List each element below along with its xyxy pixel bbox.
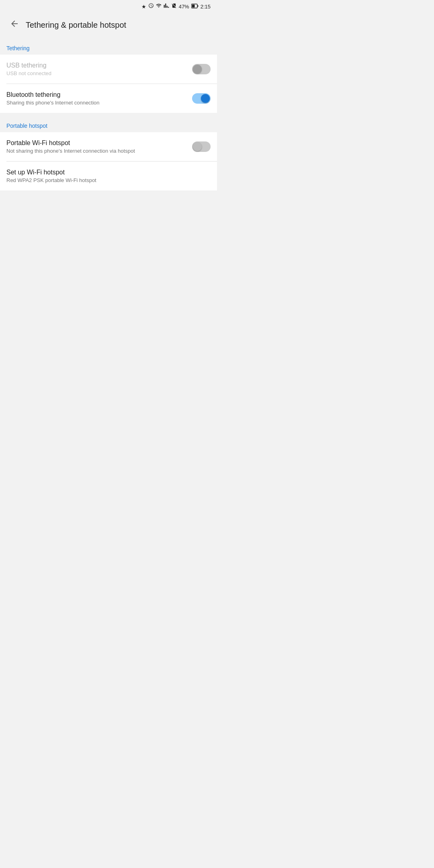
bluetooth-icon: ★ <box>141 4 146 10</box>
portable-wifi-hotspot-toggle[interactable] <box>192 141 211 152</box>
page-title: Tethering & portable hotspot <box>26 20 126 30</box>
portable-wifi-hotspot-title: Portable Wi-Fi hotspot <box>6 139 192 147</box>
bluetooth-tethering-toggle-thumb <box>201 94 210 103</box>
portable-hotspot-section: Portable hotspot Portable Wi-Fi hotspot … <box>0 115 217 190</box>
bluetooth-tethering-subtitle: Sharing this phone's Internet connection <box>6 100 192 106</box>
svg-rect-1 <box>192 5 194 8</box>
usb-tethering-row[interactable]: USB tethering USB not connected <box>0 55 217 84</box>
back-arrow-icon <box>10 19 19 31</box>
back-button[interactable] <box>6 17 23 33</box>
setup-wifi-hotspot-title: Set up Wi-Fi hotspot <box>6 169 211 176</box>
status-icons: ★ 47% <box>141 3 211 10</box>
portable-hotspot-section-label: Portable hotspot <box>0 115 217 132</box>
tethering-settings-group: USB tethering USB not connected Bluetoot… <box>0 55 217 113</box>
setup-wifi-hotspot-row[interactable]: Set up Wi-Fi hotspot Red WPA2 PSK portab… <box>0 162 217 190</box>
setup-wifi-hotspot-subtitle: Red WPA2 PSK portable Wi-Fi hotspot <box>6 177 211 183</box>
tethering-section-label: Tethering <box>0 37 217 55</box>
signal-icon <box>164 3 169 10</box>
alarm-icon <box>148 3 154 10</box>
hotspot-settings-group: Portable Wi-Fi hotspot Not sharing this … <box>0 132 217 190</box>
battery-icon <box>191 3 199 10</box>
usb-tethering-toggle[interactable] <box>192 64 211 74</box>
status-bar: ★ 47% <box>0 0 217 13</box>
no-sim-icon <box>171 3 177 10</box>
usb-tethering-text: USB tethering USB not connected <box>6 62 192 76</box>
bluetooth-tethering-title: Bluetooth tethering <box>6 91 192 98</box>
portable-wifi-hotspot-toggle-thumb <box>193 142 202 151</box>
usb-tethering-title: USB tethering <box>6 62 192 69</box>
setup-wifi-hotspot-text: Set up Wi-Fi hotspot Red WPA2 PSK portab… <box>6 169 211 183</box>
battery-percent: 47% <box>179 4 189 10</box>
wifi-icon <box>156 3 162 10</box>
usb-tethering-subtitle: USB not connected <box>6 70 192 76</box>
bluetooth-tethering-row[interactable]: Bluetooth tethering Sharing this phone's… <box>0 84 217 113</box>
portable-wifi-hotspot-row[interactable]: Portable Wi-Fi hotspot Not sharing this … <box>0 132 217 161</box>
bluetooth-tethering-text: Bluetooth tethering Sharing this phone's… <box>6 91 192 106</box>
tethering-section: Tethering USB tethering USB not connecte… <box>0 37 217 113</box>
portable-wifi-hotspot-subtitle: Not sharing this phone's Internet connec… <box>6 148 192 154</box>
header: Tethering & portable hotspot <box>0 13 217 37</box>
status-time: 2:15 <box>201 4 211 10</box>
portable-wifi-hotspot-text: Portable Wi-Fi hotspot Not sharing this … <box>6 139 192 154</box>
usb-tethering-toggle-thumb <box>193 65 202 74</box>
bluetooth-tethering-toggle[interactable] <box>192 93 211 104</box>
svg-rect-2 <box>197 5 198 7</box>
